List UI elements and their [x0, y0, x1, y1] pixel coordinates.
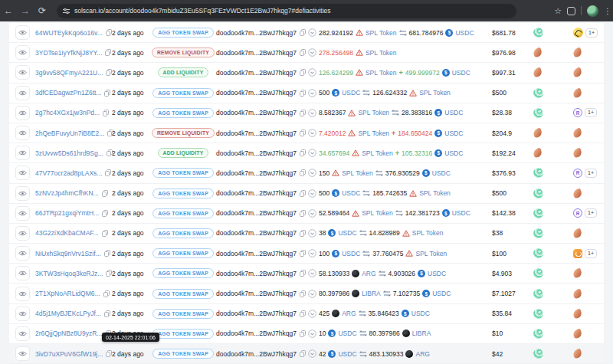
- tx-time[interactable]: 2 days ago: [109, 209, 152, 217]
- tx-signature-link[interactable]: 3g9vv58QFmyA221U...: [35, 69, 103, 77]
- token-link[interactable]: USDC: [338, 350, 356, 358]
- more-programs-badge[interactable]: 1+: [585, 169, 597, 178]
- expand-row-icon[interactable]: [308, 249, 316, 257]
- bookmark-star-icon[interactable]: ☆: [554, 6, 562, 16]
- jupiter-platform-icon[interactable]: [533, 349, 543, 359]
- expand-row-icon[interactable]: [308, 149, 316, 157]
- expand-row-icon[interactable]: [308, 89, 316, 97]
- goldcoin-platform-icon[interactable]: [573, 28, 583, 38]
- raydium-platform-icon[interactable]: R: [573, 208, 582, 218]
- reload-icon[interactable]: ⟳: [34, 5, 51, 16]
- expand-row-icon[interactable]: [308, 349, 316, 358]
- tx-time[interactable]: 2 days ago: [109, 189, 152, 197]
- expand-row-icon[interactable]: [308, 229, 316, 238]
- by-address[interactable]: doodoo4k7m...2BwJ7hkqg7: [216, 29, 297, 37]
- token-link[interactable]: SPL Token: [342, 169, 373, 177]
- token-link[interactable]: ARG: [362, 270, 375, 277]
- meteora-platform-icon[interactable]: [572, 188, 583, 198]
- eye-preview-button[interactable]: [15, 346, 30, 361]
- tx-time[interactable]: 2 days ago: [109, 350, 152, 358]
- by-address[interactable]: doodoo4k7m...2BwJ7hkqg7: [216, 250, 297, 257]
- token-link[interactable]: SPL Token: [362, 209, 393, 217]
- meteora-platform-icon[interactable]: [572, 128, 583, 139]
- jupiter-platform-icon[interactable]: [533, 88, 543, 98]
- meteora-platform-icon[interactable]: [533, 48, 543, 58]
- token-link[interactable]: USDC: [432, 290, 451, 297]
- tx-time[interactable]: 2 days ago: [109, 229, 152, 237]
- by-address[interactable]: doodoo4k7m...2BwJ7hkqg7: [216, 270, 297, 277]
- expand-row-icon[interactable]: [308, 109, 316, 117]
- jupiter-platform-icon[interactable]: [533, 248, 543, 258]
- token-link[interactable]: USDC: [338, 229, 356, 237]
- token-link[interactable]: SPL Token: [419, 189, 451, 197]
- by-address[interactable]: doodoo4k7m...2BwJ7hkqg7: [216, 49, 297, 57]
- meteora-platform-icon[interactable]: [572, 48, 583, 58]
- expand-row-icon[interactable]: [308, 209, 316, 218]
- expand-row-icon[interactable]: [308, 48, 316, 57]
- eye-preview-button[interactable]: [15, 126, 30, 140]
- tx-time[interactable]: 2 days ago: [109, 290, 152, 297]
- orangebox-platform-icon[interactable]: [573, 249, 582, 258]
- tx-signature-link[interactable]: 2T1XpNoARLidQM6...: [35, 290, 100, 297]
- token-link[interactable]: USDC: [342, 89, 360, 97]
- by-address[interactable]: doodoo4k7m...2BwJ7hkqg7: [216, 130, 297, 137]
- token-link[interactable]: USDC: [342, 189, 360, 197]
- token-link[interactable]: ARG: [342, 310, 356, 317]
- token-link[interactable]: SPL Token: [362, 149, 393, 157]
- url-text[interactable]: solscan.io/account/doodoo4k7mbiduZ3Eu5SF…: [74, 7, 331, 15]
- back-icon[interactable]: ←: [0, 5, 17, 16]
- more-programs-badge[interactable]: 1+: [585, 249, 597, 258]
- expand-row-icon[interactable]: [308, 28, 316, 37]
- meteora-platform-icon[interactable]: [533, 128, 543, 139]
- token-link[interactable]: SPL Token: [366, 49, 397, 57]
- by-address[interactable]: doodoo4k7m...2BwJ7hkqg7: [216, 229, 297, 237]
- tx-time[interactable]: 2 days ago: [109, 49, 152, 57]
- eye-preview-button[interactable]: [15, 226, 30, 241]
- jupiter-platform-icon[interactable]: [533, 208, 543, 218]
- more-programs-badge[interactable]: 1+: [585, 28, 598, 38]
- tx-time[interactable]: 2 days ago: [109, 149, 152, 157]
- meteora-platform-icon[interactable]: [572, 349, 583, 359]
- tx-signature-link[interactable]: 2hQeBFuvyUn7iB8E2...: [35, 130, 104, 137]
- eye-preview-button[interactable]: [15, 45, 30, 60]
- eye-preview-button[interactable]: [15, 246, 30, 261]
- tx-time[interactable]: 2 days ago: [109, 109, 152, 116]
- expand-row-icon[interactable]: [308, 330, 316, 338]
- token-link[interactable]: USDC: [411, 310, 430, 317]
- token-link[interactable]: USDC: [444, 109, 463, 116]
- extensions-icon[interactable]: [567, 7, 575, 15]
- token-link[interactable]: LIBRA: [362, 290, 381, 297]
- meteora-platform-icon[interactable]: [572, 268, 583, 279]
- tx-signature-link[interactable]: 3YDTse1iyYfkNjJ8YY...: [35, 49, 102, 57]
- tx-time[interactable]: 2 days ago: [109, 69, 152, 77]
- token-link[interactable]: USDC: [432, 169, 451, 177]
- jupiter-platform-icon[interactable]: [533, 108, 543, 118]
- meteora-platform-icon[interactable]: [572, 148, 583, 159]
- meteora-platform-icon[interactable]: [572, 328, 583, 339]
- token-link[interactable]: SPL Token: [415, 250, 447, 257]
- copy-icon[interactable]: [102, 190, 108, 197]
- raydium-platform-icon[interactable]: R: [573, 169, 582, 178]
- token-link[interactable]: SPL Token: [366, 69, 397, 77]
- expand-row-icon[interactable]: [308, 290, 316, 298]
- by-address[interactable]: doodoo4k7m...2BwJ7hkqg7: [216, 109, 297, 116]
- token-link[interactable]: SPL Token: [412, 229, 444, 237]
- expand-row-icon[interactable]: [308, 129, 316, 137]
- token-link[interactable]: USDC: [455, 29, 474, 37]
- tx-time[interactable]: 2 days ago: [109, 310, 152, 317]
- token-link[interactable]: SPL Token: [358, 130, 389, 137]
- token-link[interactable]: USDC: [428, 270, 446, 277]
- more-programs-badge[interactable]: 1+: [585, 208, 597, 218]
- tx-signature-link[interactable]: 2r6QjjQpNBz8U9yzR...: [35, 330, 102, 337]
- eye-preview-button[interactable]: [15, 86, 30, 100]
- tx-signature-link[interactable]: 3ivD7uXPuV6GfW19j...: [35, 350, 103, 358]
- tx-time[interactable]: 2 days ago: [109, 270, 152, 277]
- jupiter-platform-icon[interactable]: [533, 28, 543, 38]
- jupiter-platform-icon[interactable]: [533, 268, 543, 278]
- eye-preview-button[interactable]: [15, 25, 30, 40]
- token-link[interactable]: SPL Token: [358, 109, 389, 116]
- tx-signature-link[interactable]: NiUxhSkq9nVrv1Szif...: [35, 250, 101, 257]
- token-link[interactable]: USDC: [444, 149, 463, 157]
- expand-row-icon[interactable]: [308, 269, 316, 277]
- jupiter-platform-icon[interactable]: [533, 309, 543, 319]
